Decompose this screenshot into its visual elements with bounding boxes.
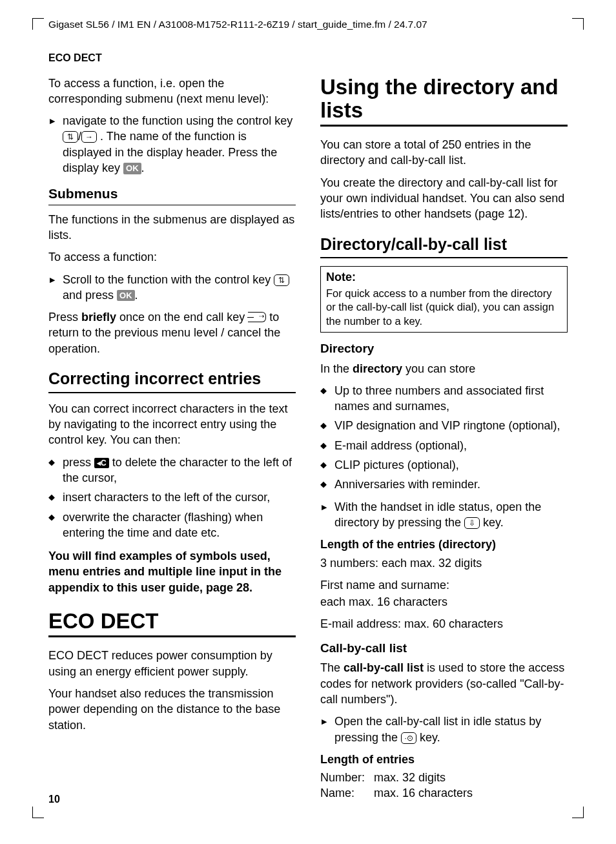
- document-page: Gigaset SL56 / IM1 EN / A31008-M1752-R11…: [0, 0, 616, 844]
- paragraph: First name and surname:: [320, 577, 568, 593]
- list-item: Scroll to the function with the control …: [48, 272, 296, 304]
- length-table: Number: max. 32 digits Name: max. 16 cha…: [320, 770, 568, 801]
- note-body: For quick access to a number from the di…: [326, 287, 562, 328]
- paragraph: E-mail address: max. 60 characters: [320, 616, 568, 632]
- paragraph: Your handset also reduces the transmissi…: [48, 686, 296, 733]
- text: With the handset in idle status, open th…: [334, 500, 541, 529]
- text: press: [63, 456, 94, 469]
- paragraph: Press briefly once on the end call key t…: [48, 309, 296, 356]
- table-cell: Number:: [320, 770, 365, 785]
- paragraph: You create the directory and call-by-cal…: [320, 175, 568, 222]
- heading-correcting: Correcting incorrect entries: [48, 368, 296, 393]
- crop-mark: [572, 18, 584, 30]
- bold-text: directory: [353, 362, 402, 375]
- arrow-list: With the handset in idle status, open th…: [320, 499, 568, 531]
- text: and press: [63, 289, 117, 302]
- page-number: 10: [48, 792, 60, 807]
- heading-length-directory: Length of the entries (directory): [320, 537, 568, 552]
- crop-mark: [32, 807, 44, 818]
- note-title: Note:: [326, 269, 562, 285]
- note-box: Note: For quick access to a number from …: [320, 266, 568, 333]
- text: The: [320, 661, 344, 674]
- text: .: [135, 289, 138, 302]
- table-cell: max. 32 digits: [374, 770, 568, 785]
- paragraph: In the directory you can store: [320, 361, 568, 376]
- list-item: Open the call-by-call list in idle statu…: [320, 714, 568, 745]
- text: key.: [483, 516, 504, 529]
- ok-key-icon: OK: [117, 290, 135, 302]
- paragraph: You can correct incorrect characters in …: [48, 401, 296, 448]
- crop-mark: [572, 807, 584, 818]
- list-item: CLIP pictures (optional),: [320, 457, 568, 473]
- text: navigate to the function using the contr…: [63, 114, 293, 127]
- heading-eco-dect: ECO DECT: [48, 610, 296, 637]
- diamond-list: Up to three numbers and associated first…: [320, 383, 568, 493]
- ok-key-icon: OK: [123, 163, 141, 174]
- text: you can store: [402, 362, 475, 375]
- text: In the: [320, 362, 353, 375]
- control-key-down-icon: ⇩: [464, 517, 480, 529]
- text: Press: [48, 311, 81, 324]
- control-key-updown-icon: ⇅: [63, 131, 78, 143]
- control-key-updown-icon: ⇅: [274, 274, 289, 286]
- arrow-list: Scroll to the function with the control …: [48, 272, 296, 304]
- list-item: insert characters to the left of the cur…: [48, 489, 296, 505]
- paragraph: 3 numbers: each max. 32 digits: [320, 555, 568, 571]
- paragraph: To access a function:: [48, 249, 296, 265]
- paragraph: To access a function, i.e. open the corr…: [48, 76, 296, 107]
- content-columns: To access a function, i.e. open the corr…: [32, 76, 584, 801]
- list-item: With the handset in idle status, open th…: [320, 499, 568, 531]
- heading-cbc: Call-by-call list: [320, 640, 568, 657]
- control-key-right-icon: →: [81, 131, 97, 143]
- heading-length-entries: Length of entries: [320, 752, 568, 767]
- text: key.: [420, 731, 440, 744]
- paragraph: The call-by-call list is used to store t…: [320, 660, 568, 707]
- header-path: Gigaset SL56 / IM1 EN / A31008-M1752-R11…: [32, 18, 584, 32]
- table-cell: Name:: [320, 785, 365, 801]
- heading-using-directory: Using the directory and lists: [320, 76, 568, 127]
- paragraph: The functions in the submenus are displa…: [48, 212, 296, 243]
- delete-key-icon: ◂C: [94, 458, 109, 468]
- text: Scroll to the function with the control …: [63, 273, 274, 286]
- list-item: Anniversaries with reminder.: [320, 477, 568, 492]
- arrow-list: navigate to the function using the contr…: [48, 113, 296, 176]
- paragraph: each max. 16 characters: [320, 594, 568, 610]
- list-item: VIP designation and VIP ringtone (option…: [320, 418, 568, 433]
- text: once on the end call key: [116, 311, 248, 324]
- left-column: To access a function, i.e. open the corr…: [48, 76, 296, 801]
- list-item: E-mail address (optional),: [320, 438, 568, 453]
- running-head: ECO DECT: [32, 51, 584, 65]
- bold-text: call-by-call list: [344, 661, 424, 674]
- appendix-note: You will find examples of symbols used, …: [48, 548, 296, 595]
- heading-directory-cbc: Directory/call-by-call list: [320, 234, 568, 259]
- arrow-list: Open the call-by-call list in idle statu…: [320, 714, 568, 745]
- diamond-list: press ◂C to delete the character to the …: [48, 455, 296, 540]
- list-item: press ◂C to delete the character to the …: [48, 455, 296, 486]
- paragraph: ECO DECT reduces power consumption by us…: [48, 648, 296, 679]
- bold-text: briefly: [81, 311, 116, 324]
- crop-mark: [32, 18, 44, 30]
- text: .: [141, 161, 145, 174]
- heading-submenus: Submenus: [48, 185, 296, 205]
- cbc-key-icon: ·⊙: [401, 732, 416, 744]
- list-item: Up to three numbers and associated first…: [320, 383, 568, 415]
- paragraph: You can store a total of 250 entries in …: [320, 137, 568, 169]
- list-item: navigate to the function using the contr…: [48, 113, 296, 176]
- table-cell: max. 16 characters: [374, 785, 568, 801]
- list-item: overwrite the character (flashing) when …: [48, 509, 296, 541]
- right-column: Using the directory and lists You can st…: [320, 76, 568, 801]
- heading-directory: Directory: [320, 340, 568, 357]
- end-call-key-icon: [248, 312, 266, 322]
